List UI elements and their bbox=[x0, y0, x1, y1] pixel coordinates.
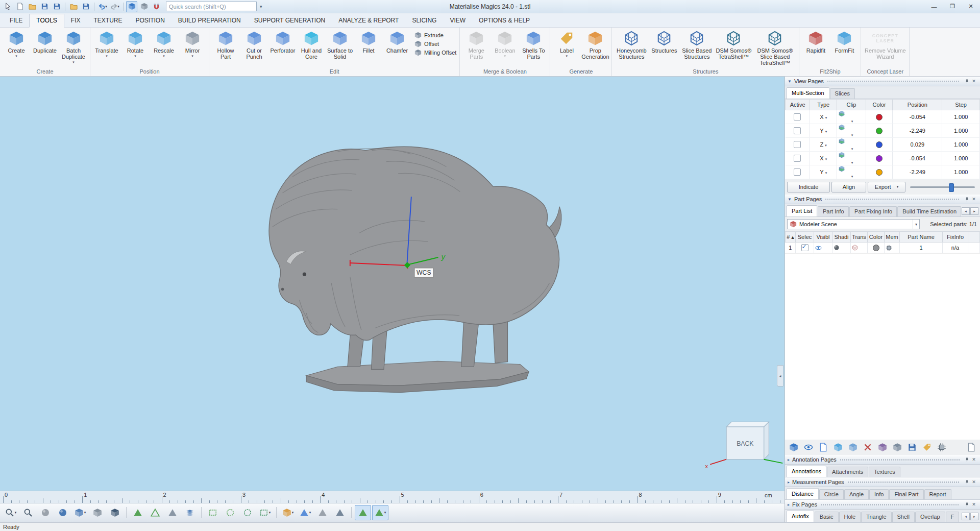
pin-icon[interactable] bbox=[963, 501, 970, 508]
clip-axis-select[interactable]: Y▾ bbox=[810, 165, 837, 179]
viewport-3d[interactable]: y WCS BACK x Y ◂ bbox=[0, 77, 785, 491]
close-icon[interactable]: ✕ bbox=[970, 196, 977, 203]
pin-icon[interactable] bbox=[963, 456, 970, 463]
align-button[interactable]: Align bbox=[831, 182, 866, 192]
ribbon-button-honeycomb-structures[interactable]: Honeycomb Structures bbox=[614, 28, 649, 68]
shade-parts-button[interactable] bbox=[126, 1, 137, 12]
show-parts-button[interactable] bbox=[802, 441, 815, 454]
ribbon-button-fillet[interactable]: Fillet bbox=[354, 28, 383, 68]
label-parts-button[interactable] bbox=[920, 441, 934, 454]
column-header-mem[interactable]: Mem bbox=[885, 232, 900, 243]
column-header-trans[interactable]: Trans bbox=[851, 232, 868, 243]
unzoom-button[interactable] bbox=[37, 505, 54, 520]
measurement-pages-tab-angle[interactable]: Angle bbox=[844, 489, 869, 499]
list-options-button[interactable] bbox=[965, 441, 978, 454]
collapse-arrow-icon[interactable]: ▸ bbox=[788, 480, 790, 485]
collapse-arrow-icon[interactable]: ▸ bbox=[788, 457, 790, 462]
measurement-pages-tab-distance[interactable]: Distance bbox=[787, 488, 819, 499]
ribbon-button-extrude[interactable]: Extrude bbox=[414, 32, 456, 39]
part-list-empty-area[interactable] bbox=[785, 253, 980, 440]
toolbar-customize-button[interactable]: ▾ bbox=[260, 4, 262, 9]
column-header-[interactable]: # ▴ bbox=[786, 232, 796, 243]
ribbon-button-label[interactable]: Label▾ bbox=[552, 28, 581, 68]
minimize-button[interactable]: — bbox=[925, 0, 943, 13]
measurement-pages-tab-final-part[interactable]: Final Part bbox=[889, 489, 923, 499]
part-transparency-icon[interactable] bbox=[851, 243, 868, 253]
view-pages-header[interactable]: ▼ View Pages ✕ bbox=[785, 77, 980, 86]
fix-pages-tab-shell[interactable]: Shell bbox=[892, 512, 915, 522]
ribbon-button-translate[interactable]: Translate▾ bbox=[92, 28, 121, 68]
save-project-button[interactable] bbox=[39, 1, 50, 12]
collapse-arrow-icon[interactable]: ▸ bbox=[788, 502, 790, 507]
close-button[interactable]: ✕ bbox=[962, 0, 980, 13]
column-header-part-name[interactable]: Part Name bbox=[900, 232, 943, 243]
column-header-fixinfo[interactable]: FixInfo bbox=[943, 232, 968, 243]
menu-tab-file[interactable]: FILE bbox=[3, 14, 29, 27]
hide-parts-button[interactable] bbox=[138, 1, 150, 12]
menu-tab-support-generation[interactable]: SUPPORT GENERATION bbox=[248, 14, 332, 27]
bounding-box-button[interactable]: ▾ bbox=[280, 505, 296, 520]
export-part-button[interactable] bbox=[80, 1, 91, 12]
clip-position-value[interactable]: -0.054 bbox=[893, 152, 942, 165]
polygon-mark-button[interactable]: ▾ bbox=[257, 505, 273, 520]
pin-icon[interactable] bbox=[963, 478, 970, 486]
clip-active-checkbox[interactable] bbox=[794, 141, 801, 148]
ribbon-button-slice-based-structures[interactable]: Slice Based Structures bbox=[679, 28, 714, 68]
collapse-arrow-icon[interactable]: ▼ bbox=[788, 79, 792, 84]
clip-color-swatch[interactable] bbox=[876, 155, 883, 162]
undo-button[interactable]: ▾ bbox=[97, 1, 108, 12]
clip-color-swatch[interactable] bbox=[876, 141, 883, 148]
clip-color-swatch[interactable] bbox=[876, 169, 883, 176]
clip-active-checkbox[interactable] bbox=[794, 168, 801, 176]
zoom-button[interactable]: ▾ bbox=[3, 505, 19, 520]
close-icon[interactable]: ✕ bbox=[970, 501, 977, 508]
view-pages-tab-multi-section[interactable]: Multi-Section bbox=[787, 87, 829, 99]
menu-tab-tools[interactable]: TOOLS bbox=[29, 14, 64, 28]
indicate-button[interactable]: Indicate bbox=[787, 182, 830, 192]
part-pages-tab-part-info[interactable]: Part Info bbox=[818, 206, 849, 216]
rectangle-mark-button[interactable] bbox=[205, 505, 221, 520]
mark-shell-button[interactable] bbox=[332, 505, 348, 520]
delete-parts-button[interactable] bbox=[861, 441, 874, 454]
part-pages-tab-part-fixing-info[interactable]: Part Fixing Info bbox=[849, 206, 897, 216]
menu-tab-slicing[interactable]: SLICING bbox=[405, 14, 443, 27]
close-icon[interactable]: ✕ bbox=[970, 456, 977, 463]
clip-plane-select[interactable]: ▾ bbox=[837, 165, 866, 179]
menu-tab-texture[interactable]: TEXTURE bbox=[87, 14, 129, 27]
ribbon-button-create[interactable]: Create▾ bbox=[2, 28, 31, 68]
clip-position-value[interactable]: -0.054 bbox=[893, 110, 942, 124]
clip-active-checkbox[interactable] bbox=[794, 127, 801, 134]
annotation-pages-tab-textures[interactable]: Textures bbox=[869, 467, 900, 477]
menu-tab-fix[interactable]: FIX bbox=[64, 14, 87, 27]
fix-pages-tab-overlap[interactable]: Overlap bbox=[915, 512, 945, 522]
ribbon-button-surface-to-solid[interactable]: Surface to Solid bbox=[326, 28, 354, 68]
part-name-value[interactable]: 1 bbox=[900, 243, 943, 253]
ribbon-button-perforator[interactable]: Perforator bbox=[268, 28, 297, 68]
menu-tab-analyze-report[interactable]: ANALYZE & REPORT bbox=[332, 14, 405, 27]
zoom-window-button[interactable] bbox=[20, 505, 36, 520]
ribbon-button-prop-generation[interactable]: Prop Generation bbox=[581, 28, 609, 68]
column-header-color[interactable]: Color bbox=[868, 232, 885, 243]
ribbon-button-rapidfit[interactable]: Rapidfit bbox=[801, 28, 830, 68]
magnet-tool-button[interactable] bbox=[151, 1, 162, 12]
import-part-button[interactable] bbox=[68, 1, 79, 12]
clip-axis-select[interactable]: X▾ bbox=[810, 110, 837, 124]
clip-position-value[interactable]: 0.029 bbox=[893, 138, 942, 152]
part-shading-icon[interactable] bbox=[832, 243, 851, 253]
drag-grip[interactable] bbox=[825, 199, 960, 200]
measurement-pages-tab-info[interactable]: Info bbox=[869, 489, 889, 499]
clip-plane-select[interactable]: ▾ bbox=[837, 152, 866, 165]
default-view-button[interactable] bbox=[107, 505, 123, 520]
shaded-view-button[interactable] bbox=[130, 505, 146, 520]
ribbon-button-formfit[interactable]: FormFit bbox=[830, 28, 859, 68]
slider-thumb[interactable] bbox=[949, 183, 954, 192]
ribbon-button-chamfer[interactable]: Chamfer bbox=[383, 28, 411, 68]
triangle-view-button[interactable] bbox=[164, 505, 181, 520]
clip-step-value[interactable]: 1.000 bbox=[942, 152, 980, 165]
shells-to-parts-button[interactable] bbox=[891, 441, 904, 454]
fix-pages-scroll-left-button[interactable]: ◂ bbox=[962, 513, 970, 520]
quick-search-input[interactable] bbox=[166, 2, 257, 11]
clip-axis-select[interactable]: Y▾ bbox=[810, 124, 837, 138]
smooth-view-toggle[interactable]: ▾ bbox=[372, 505, 388, 520]
pin-icon[interactable] bbox=[963, 196, 970, 203]
